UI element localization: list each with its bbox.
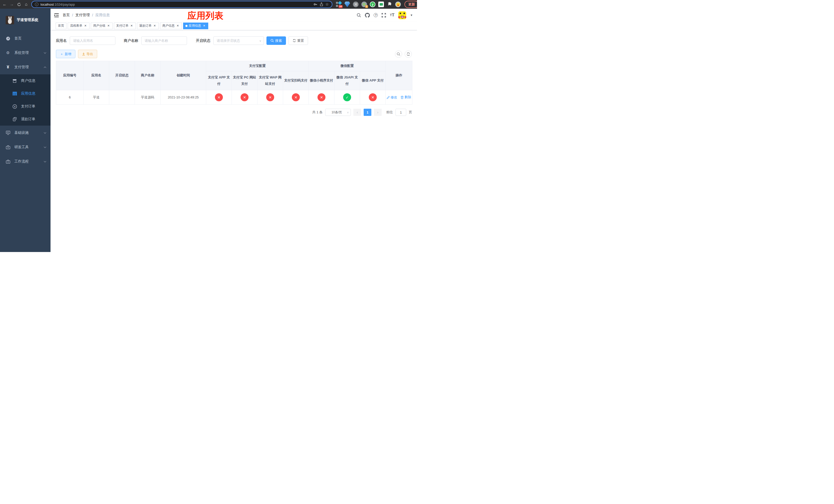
url-text[interactable]: localhost:1024/pay/app [41, 3, 311, 6]
cell-app-id: 6 [56, 90, 84, 105]
refresh-button[interactable] [405, 50, 412, 58]
col-created: 创建时间 [160, 61, 206, 90]
close-icon[interactable]: ✕ [153, 24, 156, 28]
sidebar-item-app-info[interactable]: 应用信息 [0, 87, 50, 100]
merchant-name-label: 商户名称 [124, 39, 138, 43]
chat-extension-icon[interactable] [378, 2, 384, 7]
forward-icon[interactable]: → [9, 1, 15, 7]
y-logo-extension-icon[interactable]: y [370, 2, 375, 7]
sidebar-fold-icon[interactable] [54, 13, 59, 18]
fullscreen-icon[interactable] [381, 13, 386, 18]
extension-badge: 10 [338, 5, 343, 8]
col-app-name: 应用名 [84, 61, 109, 90]
show-search-button[interactable] [395, 50, 402, 58]
address-bar[interactable]: i localhost:1024/pay/app ☆ [31, 1, 332, 8]
search-icon[interactable] [357, 13, 361, 18]
avatar-caret-icon[interactable]: ▼ [410, 14, 413, 17]
close-icon[interactable]: ✕ [176, 24, 179, 28]
bookmark-star-icon[interactable]: ☆ [326, 2, 329, 7]
site-info-icon[interactable]: i [35, 3, 39, 6]
app-title: 芋道管理系统 [17, 18, 38, 22]
sidebar-item-infra[interactable]: 基础设施 [0, 125, 50, 140]
logo-rabbit-avatar [6, 16, 14, 24]
close-icon[interactable]: ✕ [107, 24, 110, 28]
command-extension-icon[interactable]: ⌘ [353, 2, 358, 7]
share-icon[interactable] [320, 2, 323, 6]
close-icon[interactable]: ✕ [130, 24, 133, 28]
add-button[interactable]: ＋新增 [56, 50, 75, 58]
goto-label: 前往 [386, 110, 393, 115]
trash-icon [401, 96, 404, 99]
merchant-name-input[interactable] [141, 37, 187, 45]
cell-app-name: 芋道 [84, 90, 109, 105]
app-logo-row[interactable]: 芋道管理系统 [0, 9, 50, 31]
close-icon[interactable]: ✕ [84, 24, 87, 28]
tag-user-group[interactable]: 用户分组✕ [91, 23, 113, 29]
app-name-input[interactable] [70, 37, 115, 45]
goto-page-input[interactable] [395, 109, 406, 116]
close-icon[interactable]: ✕ [202, 24, 206, 28]
delete-link[interactable]: 删除 [401, 95, 411, 99]
toolbox-icon [6, 145, 10, 149]
script-manager-extension-icon[interactable]: 10 [336, 2, 342, 7]
store-icon [12, 79, 17, 83]
tag-pay-order[interactable]: 支付订单✕ [114, 23, 136, 29]
col-alipay-pc: 支付宝 PC 网站支付 [232, 71, 258, 90]
page-number-1[interactable]: 1 [364, 109, 371, 116]
reload-icon[interactable] [16, 1, 22, 7]
breadcrumb-pay[interactable]: 支付管理 [75, 13, 90, 18]
sidebar-item-merchant-info[interactable]: 商户信息 [0, 74, 50, 87]
cell-merchant: 芋道源码 [135, 90, 160, 105]
sidebar-item-pay[interactable]: ¥ 支付管理 [0, 60, 50, 74]
alipay-wap-status-icon: ✕ [266, 93, 274, 101]
page-size-select[interactable]: ∨ [325, 109, 351, 116]
search-button[interactable]: 搜索 [266, 37, 286, 45]
edit-link[interactable]: 修改 [387, 95, 397, 100]
alipay-qr-status-icon: ✕ [292, 93, 300, 101]
tag-home[interactable]: 首页 [56, 23, 66, 29]
chevron-down-icon [44, 161, 46, 162]
tag-process-form[interactable]: 流程表单✕ [68, 23, 89, 29]
group-alipay-config: 支付宝配置 [206, 61, 309, 71]
col-alipay-app: 支付宝 APP 支付 [206, 71, 232, 90]
active-dot [185, 25, 188, 27]
chevron-down-icon: ∨ [259, 39, 261, 42]
chevron-down-icon [44, 146, 46, 148]
table-toolbar: ＋新增 导出 [56, 50, 412, 58]
tag-merchant-info[interactable]: 商户信息✕ [160, 23, 182, 29]
sidebar-item-dev-tools[interactable]: 研发工具 [0, 140, 50, 154]
sidebar-item-system[interactable]: ⚙ 系统管理 [0, 46, 50, 60]
font-size-icon[interactable]: TT [390, 13, 394, 18]
breadcrumb-home[interactable]: 首页 [63, 13, 70, 18]
reset-button[interactable]: 重置 [288, 37, 308, 45]
browser-update-button[interactable]: 更新 [404, 1, 417, 8]
refund-icon [12, 117, 17, 121]
sidebar-item-workflow[interactable]: 工作流程 [0, 154, 50, 169]
chevron-up-icon [44, 66, 46, 68]
avatar-extension-icon[interactable]: 1 [361, 2, 367, 7]
alipay-app-status-icon: ✕ [215, 93, 223, 101]
user-avatar[interactable] [398, 11, 406, 19]
col-app-id: 应用编号 [56, 61, 84, 90]
tag-refund-order[interactable]: 退款订单✕ [137, 23, 159, 29]
wx-app-status-icon: ✕ [369, 93, 377, 101]
status-select[interactable]: ∨ [213, 37, 264, 45]
help-icon[interactable]: ? [374, 13, 378, 17]
sidebar-item-home[interactable]: 首页 [0, 31, 50, 46]
app-name-label: 应用名 [56, 39, 67, 43]
next-page-button[interactable]: › [374, 109, 381, 116]
puzzle-extensions-icon[interactable] [387, 2, 392, 7]
tags-view-bar: 首页 流程表单✕ 用户分组✕ 支付订单✕ 退款订单✕ 商户信息✕ 应用信息✕ [50, 22, 417, 30]
export-button[interactable]: 导出 [78, 50, 97, 58]
sidebar-item-refund-order[interactable]: 退款订单 [0, 113, 50, 125]
gem-extension-icon[interactable] [345, 2, 350, 7]
emoji-extension-icon[interactable] [395, 2, 401, 7]
github-icon[interactable] [365, 13, 370, 18]
back-icon[interactable]: ← [2, 1, 8, 7]
chevron-down-icon: ∨ [347, 111, 349, 114]
home-icon[interactable]: ⌂ [23, 1, 29, 7]
prev-page-button[interactable]: ‹ [353, 109, 361, 116]
password-key-icon[interactable] [313, 2, 317, 6]
sidebar-item-pay-order[interactable]: ¥ 支付订单 [0, 100, 50, 113]
tag-app-info[interactable]: 应用信息✕ [183, 23, 208, 29]
